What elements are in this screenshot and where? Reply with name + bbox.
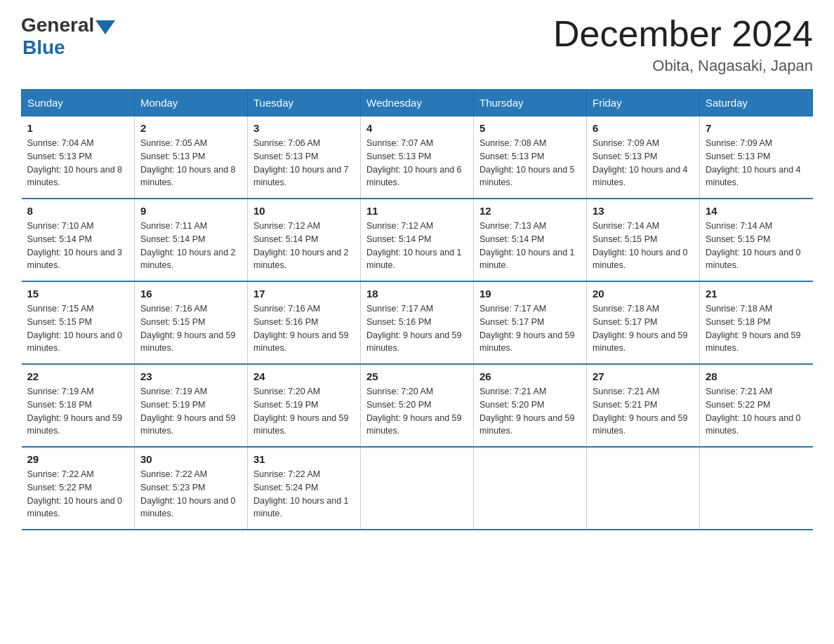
calendar-cell: 26Sunrise: 7:21 AMSunset: 5:20 PMDayligh…: [474, 364, 587, 447]
calendar-cell: 12Sunrise: 7:13 AMSunset: 5:14 PMDayligh…: [474, 199, 587, 281]
day-number: 6: [593, 122, 694, 134]
day-number: 8: [27, 205, 129, 217]
calendar-cell: 10Sunrise: 7:12 AMSunset: 5:14 PMDayligh…: [248, 199, 361, 281]
calendar-cell: 6Sunrise: 7:09 AMSunset: 5:13 PMDaylight…: [587, 116, 700, 199]
day-number: 5: [479, 122, 581, 134]
calendar-cell: 2Sunrise: 7:05 AMSunset: 5:13 PMDaylight…: [135, 116, 248, 199]
day-number: 16: [140, 288, 241, 300]
day-info: Sunrise: 7:16 AMSunset: 5:16 PMDaylight:…: [253, 302, 355, 355]
day-info: Sunrise: 7:04 AMSunset: 5:13 PMDaylight:…: [27, 137, 129, 189]
day-info: Sunrise: 7:18 AMSunset: 5:17 PMDaylight:…: [593, 302, 694, 355]
day-info: Sunrise: 7:13 AMSunset: 5:14 PMDaylight:…: [479, 220, 581, 272]
day-number: 19: [479, 288, 581, 300]
calendar-cell: 30Sunrise: 7:22 AMSunset: 5:23 PMDayligh…: [135, 447, 248, 530]
calendar-cell: 28Sunrise: 7:21 AMSunset: 5:22 PMDayligh…: [700, 364, 813, 447]
title-section: December 2024 Obita, Nagasaki, Japan: [553, 14, 813, 75]
calendar-cell: 24Sunrise: 7:20 AMSunset: 5:19 PMDayligh…: [248, 364, 361, 447]
day-info: Sunrise: 7:19 AMSunset: 5:19 PMDaylight:…: [140, 385, 241, 438]
day-info: Sunrise: 7:12 AMSunset: 5:14 PMDaylight:…: [253, 220, 355, 272]
day-number: 17: [253, 288, 355, 300]
day-number: 4: [366, 122, 468, 134]
logo-general-text: General: [21, 14, 94, 36]
day-info: Sunrise: 7:21 AMSunset: 5:21 PMDaylight:…: [593, 385, 694, 438]
day-number: 15: [27, 288, 129, 300]
day-info: Sunrise: 7:18 AMSunset: 5:18 PMDaylight:…: [706, 302, 807, 355]
header-sunday: Sunday: [22, 90, 135, 116]
day-number: 23: [140, 370, 241, 382]
calendar-cell: 19Sunrise: 7:17 AMSunset: 5:17 PMDayligh…: [474, 281, 587, 364]
header-tuesday: Tuesday: [248, 90, 361, 116]
day-number: 30: [140, 453, 241, 465]
day-info: Sunrise: 7:21 AMSunset: 5:22 PMDaylight:…: [706, 385, 807, 438]
calendar-cell: 7Sunrise: 7:09 AMSunset: 5:13 PMDaylight…: [700, 116, 813, 199]
calendar-cell: [361, 447, 474, 530]
day-info: Sunrise: 7:11 AMSunset: 5:14 PMDaylight:…: [140, 220, 241, 272]
day-number: 11: [366, 205, 468, 217]
day-info: Sunrise: 7:20 AMSunset: 5:20 PMDaylight:…: [366, 385, 468, 438]
day-info: Sunrise: 7:22 AMSunset: 5:23 PMDaylight:…: [140, 468, 241, 521]
day-info: Sunrise: 7:09 AMSunset: 5:13 PMDaylight:…: [706, 137, 807, 189]
day-number: 14: [706, 205, 807, 217]
calendar-cell: 29Sunrise: 7:22 AMSunset: 5:22 PMDayligh…: [22, 447, 135, 530]
header-saturday: Saturday: [700, 90, 813, 116]
day-number: 7: [706, 122, 807, 134]
day-number: 25: [366, 370, 468, 382]
logo-blue-text: Blue: [22, 36, 65, 59]
calendar-cell: 21Sunrise: 7:18 AMSunset: 5:18 PMDayligh…: [700, 281, 813, 364]
week-row-2: 8Sunrise: 7:10 AMSunset: 5:14 PMDaylight…: [22, 199, 813, 281]
day-number: 13: [593, 205, 694, 217]
page-header: General Blue December 2024 Obita, Nagasa…: [21, 14, 813, 75]
calendar-cell: 22Sunrise: 7:19 AMSunset: 5:18 PMDayligh…: [22, 364, 135, 447]
day-info: Sunrise: 7:05 AMSunset: 5:13 PMDaylight:…: [140, 137, 241, 189]
day-number: 24: [253, 370, 355, 382]
calendar-cell: 25Sunrise: 7:20 AMSunset: 5:20 PMDayligh…: [361, 364, 474, 447]
day-info: Sunrise: 7:22 AMSunset: 5:24 PMDaylight:…: [253, 468, 355, 521]
calendar-cell: 20Sunrise: 7:18 AMSunset: 5:17 PMDayligh…: [587, 281, 700, 364]
calendar-cell: 3Sunrise: 7:06 AMSunset: 5:13 PMDaylight…: [248, 116, 361, 199]
day-number: 18: [366, 288, 468, 300]
calendar-cell: 31Sunrise: 7:22 AMSunset: 5:24 PMDayligh…: [248, 447, 361, 530]
day-info: Sunrise: 7:09 AMSunset: 5:13 PMDaylight:…: [593, 137, 694, 189]
calendar-cell: 23Sunrise: 7:19 AMSunset: 5:19 PMDayligh…: [135, 364, 248, 447]
header-wednesday: Wednesday: [361, 90, 474, 116]
day-number: 20: [593, 288, 694, 300]
day-number: 26: [479, 370, 581, 382]
day-number: 9: [140, 205, 241, 217]
calendar-cell: 18Sunrise: 7:17 AMSunset: 5:16 PMDayligh…: [361, 281, 474, 364]
month-title: December 2024: [553, 14, 813, 54]
day-info: Sunrise: 7:22 AMSunset: 5:22 PMDaylight:…: [27, 468, 129, 521]
day-info: Sunrise: 7:14 AMSunset: 5:15 PMDaylight:…: [706, 220, 807, 272]
day-info: Sunrise: 7:14 AMSunset: 5:15 PMDaylight:…: [593, 220, 694, 272]
day-info: Sunrise: 7:16 AMSunset: 5:15 PMDaylight:…: [140, 302, 241, 355]
calendar-header-row: SundayMondayTuesdayWednesdayThursdayFrid…: [22, 90, 813, 116]
calendar-cell: 14Sunrise: 7:14 AMSunset: 5:15 PMDayligh…: [700, 199, 813, 281]
day-info: Sunrise: 7:07 AMSunset: 5:13 PMDaylight:…: [366, 137, 468, 189]
week-row-3: 15Sunrise: 7:15 AMSunset: 5:15 PMDayligh…: [22, 281, 813, 364]
logo: General Blue: [21, 14, 115, 59]
calendar-cell: 27Sunrise: 7:21 AMSunset: 5:21 PMDayligh…: [587, 364, 700, 447]
location-title: Obita, Nagasaki, Japan: [553, 57, 813, 75]
day-number: 27: [593, 370, 694, 382]
logo-triangle-icon: [95, 20, 115, 34]
week-row-1: 1Sunrise: 7:04 AMSunset: 5:13 PMDaylight…: [22, 116, 813, 199]
day-info: Sunrise: 7:17 AMSunset: 5:17 PMDaylight:…: [479, 302, 581, 355]
calendar-cell: 13Sunrise: 7:14 AMSunset: 5:15 PMDayligh…: [587, 199, 700, 281]
day-info: Sunrise: 7:19 AMSunset: 5:18 PMDaylight:…: [27, 385, 129, 438]
day-number: 12: [479, 205, 581, 217]
day-info: Sunrise: 7:17 AMSunset: 5:16 PMDaylight:…: [366, 302, 468, 355]
day-info: Sunrise: 7:12 AMSunset: 5:14 PMDaylight:…: [366, 220, 468, 272]
day-number: 10: [253, 205, 355, 217]
day-info: Sunrise: 7:15 AMSunset: 5:15 PMDaylight:…: [27, 302, 129, 355]
day-number: 31: [253, 453, 355, 465]
day-number: 28: [706, 370, 807, 382]
calendar-cell: 15Sunrise: 7:15 AMSunset: 5:15 PMDayligh…: [22, 281, 135, 364]
day-info: Sunrise: 7:06 AMSunset: 5:13 PMDaylight:…: [253, 137, 355, 189]
calendar-cell: 9Sunrise: 7:11 AMSunset: 5:14 PMDaylight…: [135, 199, 248, 281]
day-number: 2: [140, 122, 241, 134]
day-number: 21: [706, 288, 807, 300]
calendar-cell: 1Sunrise: 7:04 AMSunset: 5:13 PMDaylight…: [22, 116, 135, 199]
day-info: Sunrise: 7:08 AMSunset: 5:13 PMDaylight:…: [479, 137, 581, 189]
calendar-cell: [474, 447, 587, 530]
week-row-5: 29Sunrise: 7:22 AMSunset: 5:22 PMDayligh…: [22, 447, 813, 530]
day-number: 29: [27, 453, 129, 465]
